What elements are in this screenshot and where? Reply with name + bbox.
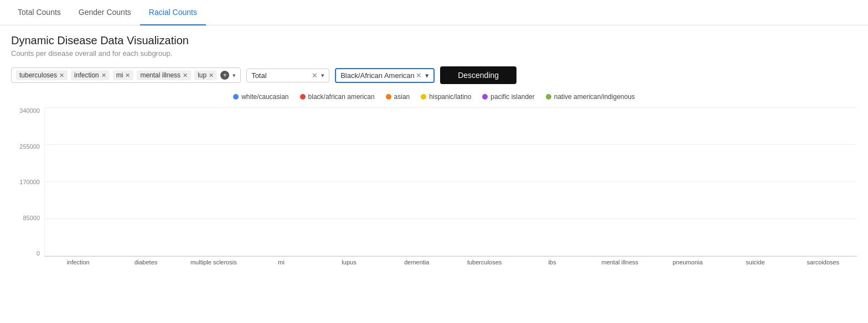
legend-label-hispanic: hispanic/latino [429,93,471,101]
legend-label-pacific: pacific islander [490,93,534,101]
legend-item-asian: asian [386,93,410,101]
legend-dot-black [300,94,306,100]
y-axis-label: 255000 [19,143,40,150]
legend-label-white: white/caucasian [241,93,288,101]
tag-close-icon[interactable]: ✕ [125,72,130,79]
legend-item-hispanic: hispanic/latino [421,93,471,101]
tag-mi: mi✕ [113,70,134,80]
tabs-bar: Total CountsGender CountsRacial Counts [0,0,868,25]
controls-bar: tuberculoses✕infection✕mi✕mental illness… [11,66,857,84]
tag-close-icon[interactable]: ✕ [209,72,214,79]
legend-item-white: white/caucasian [233,93,288,101]
tag-label: mental illness [140,71,180,79]
x-labels: infectiondiabetesmultiple sclerosismilup… [44,259,857,265]
legend-label-black: black/african american [308,93,375,101]
legend-dot-pacific [482,94,488,100]
tab-total[interactable]: Total Counts [9,0,70,25]
y-axis-label: 340000 [19,107,40,114]
chart-legend: white/caucasianblack/african americanasi… [11,93,857,101]
race-dropdown[interactable]: Black/African American ✕ ▾ [335,68,435,83]
tag-chevron-icon[interactable]: ▾ [232,72,236,79]
race-dropdown-clear-icon[interactable]: ✕ [416,71,422,80]
legend-label-asian: asian [394,93,410,101]
x-axis-label: mental illness [586,259,654,265]
sort-field-dropdown[interactable]: Total ✕ ▾ [246,69,329,82]
x-axis-label: lupus [315,259,383,265]
tag-mental_illness: mental illness✕ [137,70,191,80]
legend-label-native: native american/indigenous [554,93,635,101]
y-axis-label: 170000 [19,179,40,185]
legend-item-black: black/african american [300,93,375,101]
y-axis: 340000255000170000850000 [11,107,43,257]
disease-tag-input[interactable]: tuberculoses✕infection✕mi✕mental illness… [11,67,241,83]
tag-add-button[interactable]: + [220,71,229,80]
tag-label: infection [74,71,99,79]
tab-gender[interactable]: Gender Counts [70,0,140,25]
page-subtitle: Counts per disease overall and for each … [11,49,857,58]
sort-field-clear-icon[interactable]: ✕ [312,71,318,80]
x-axis-label: mi [247,259,315,265]
tag-close-icon[interactable]: ✕ [59,72,64,79]
x-axis-label: pneumonia [654,259,721,265]
race-dropdown-chevron-icon[interactable]: ▾ [425,71,429,80]
tag-close-icon[interactable]: ✕ [101,72,106,79]
x-axis-label: multiple sclerosis [180,259,247,265]
tab-racial[interactable]: Racial Counts [140,0,206,25]
tag-label: mi [116,71,123,79]
x-axis-label: ibs [518,259,586,265]
sort-field-chevron-icon[interactable]: ▾ [321,72,324,79]
legend-dot-asian [386,94,391,100]
legend-dot-white [233,94,239,100]
legend-item-pacific: pacific islander [482,93,534,101]
tag-label: tuberculoses [19,71,57,79]
x-axis-label: diabetes [112,259,179,265]
x-axis-label: dementia [383,259,451,265]
page-title: Dynamic Disease Data Visualization [11,34,857,47]
legend-dot-native [546,94,551,100]
sort-field-value: Total [251,71,308,80]
x-axis-label: suicide [721,259,789,265]
x-axis-label: sarcoidoses [789,259,857,265]
legend-item-native: native american/indigenous [546,93,635,101]
sort-button[interactable]: Descending [440,66,516,84]
x-axis-label: infection [44,259,112,265]
tag-infection: infection✕ [71,70,110,80]
tag-tuberculoses: tuberculoses✕ [16,70,68,80]
chart-container [44,107,857,257]
race-dropdown-value: Black/African American [340,71,416,80]
y-axis-label: 85000 [23,215,40,221]
main-content: Dynamic Disease Data Visualization Count… [0,25,868,277]
tag-close-icon[interactable]: ✕ [183,72,188,79]
x-axis-label: tuberculoses [451,259,518,265]
chart-inner [45,107,857,256]
tag-label: lup [198,71,206,79]
y-axis-label: 0 [37,250,40,257]
tag-lup: lup✕ [194,70,217,80]
chart-area: 340000255000170000850000 infectiondiabet… [11,107,857,268]
legend-dot-hispanic [421,94,426,100]
